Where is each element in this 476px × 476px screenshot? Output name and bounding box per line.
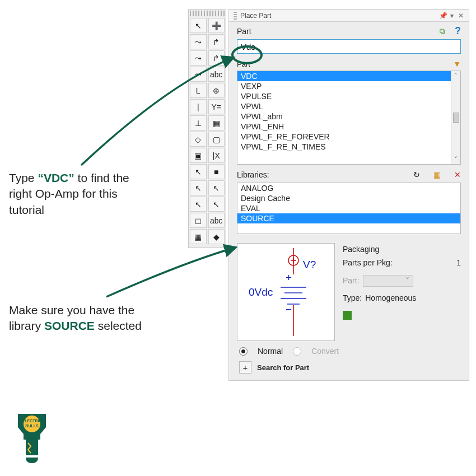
pkg-part-label: Part: — [343, 274, 360, 288]
panel-titlebar: Place Part 📌 ▾ ✕ — [229, 10, 469, 22]
part-item[interactable]: VPWL — [237, 101, 451, 111]
tool-5-1[interactable]: Y= — [208, 99, 225, 114]
remove-library-icon[interactable]: ✕ — [454, 170, 461, 179]
close-icon[interactable]: ✕ — [456, 12, 465, 20]
scroll-down-icon[interactable]: ˅ — [454, 156, 458, 163]
libraries-listbox[interactable]: ANALOGDesign CacheEVALSOURCE — [237, 183, 461, 234]
tool-8-0[interactable]: ▣ — [190, 148, 207, 163]
tool-2-1[interactable]: ↱ — [208, 50, 225, 66]
preview-value: 0Vdc — [249, 286, 273, 298]
part-item[interactable]: VDC — [237, 71, 451, 81]
library-item[interactable]: ANALOG — [237, 183, 460, 193]
part-item[interactable]: VPULSE — [237, 91, 451, 101]
tool-0-0[interactable]: ↖ — [190, 18, 207, 33]
tool-4-0[interactable]: L — [190, 83, 207, 98]
tool-9-1[interactable]: ■ — [208, 164, 225, 179]
tool-10-0[interactable]: ↖ — [190, 180, 207, 195]
pin-icon[interactable]: 📌 — [438, 12, 447, 20]
preview-refdes: V? — [303, 259, 316, 270]
radio-convert-label: Convert — [311, 347, 339, 356]
filter-icon[interactable]: ▼ — [453, 59, 461, 68]
help-icon[interactable]: ? — [455, 25, 461, 37]
tool-10-1[interactable]: ↖ — [208, 180, 225, 195]
toolbar-grip[interactable] — [190, 11, 225, 16]
part-input-label: Part — [237, 27, 251, 36]
ppp-value: 1 — [456, 256, 461, 270]
library-item[interactable]: EVAL — [237, 203, 460, 213]
tool-13-0[interactable]: ▦ — [190, 229, 207, 244]
tool-3-1[interactable]: abc — [208, 67, 225, 82]
tool-11-1[interactable]: ↖ — [208, 197, 225, 212]
tool-1-1[interactable]: ↱ — [208, 34, 225, 49]
library-item[interactable]: SOURCE — [237, 213, 460, 223]
part-preview: V? + − 0Vdc — [237, 243, 335, 341]
search-part-label: Search for Part — [257, 363, 309, 372]
radio-convert[interactable] — [293, 347, 301, 356]
svg-text:ELECTRIC: ELECTRIC — [22, 419, 42, 423]
tool-5-0[interactable]: | — [190, 99, 207, 114]
type-value: Homogeneous — [365, 292, 416, 305]
libraries-label: Libraries: — [237, 170, 269, 179]
scroll-thumb[interactable] — [453, 113, 459, 123]
scroll-up-icon[interactable]: ˄ — [454, 72, 458, 80]
scrollbar[interactable]: ˄ ˅ — [451, 71, 460, 164]
add-part-icon[interactable]: ⧉ — [440, 27, 445, 36]
plus-sign: + — [286, 272, 292, 283]
tool-1-0[interactable]: ⤳ — [190, 34, 207, 49]
tool-9-0[interactable]: ↖ — [190, 164, 207, 179]
ppp-label: Parts per Pkg: — [343, 256, 393, 270]
refresh-icon[interactable]: ↻ — [413, 170, 420, 179]
tool-7-0[interactable]: ◇ — [190, 132, 207, 147]
tool-7-1[interactable]: ▢ — [208, 132, 225, 147]
tool-12-1[interactable]: abc — [208, 213, 225, 228]
tool-2-0[interactable]: ⤳ — [190, 50, 207, 66]
part-item[interactable]: VPWL_F_RE_FOREVER — [237, 132, 451, 142]
tool-11-0[interactable]: ↖ — [190, 197, 207, 212]
tool-8-1[interactable]: |X — [208, 148, 225, 163]
radio-normal[interactable] — [239, 347, 248, 356]
pkg-part-dropdown[interactable]: ˅ — [363, 275, 413, 287]
panel-title: Place Part — [240, 12, 438, 20]
part-search-input[interactable] — [237, 39, 461, 54]
parts-listbox[interactable]: VDCVEXPVPULSEVPWLVPWL_abmVPWL_ENHVPWL_F_… — [237, 71, 461, 165]
type-label: Type: — [343, 292, 362, 305]
radio-normal-label: Normal — [258, 347, 283, 356]
tool-4-1[interactable]: ⊕ — [208, 83, 225, 98]
place-part-panel: Place Part 📌 ▾ ✕ Part ⧉ ? Part ▼ VDCVEXP… — [228, 9, 469, 381]
add-library-icon[interactable]: ▦ — [433, 170, 441, 179]
panel-grip[interactable] — [234, 12, 237, 20]
tool-12-0[interactable]: ◻ — [190, 213, 207, 228]
tool-3-0[interactable]: ⤳ — [190, 67, 207, 82]
part-item[interactable]: VPWL_ENH — [237, 122, 451, 132]
packaging-info: Packaging Parts per Pkg: 1 Part: ˅ Type:… — [343, 243, 461, 341]
tool-13-1[interactable]: ◆ — [208, 229, 225, 244]
part-item[interactable]: VPWL_abm — [237, 111, 451, 122]
tool-6-1[interactable]: ▦ — [208, 115, 225, 130]
tool-0-1[interactable]: ➕ — [208, 18, 225, 33]
expand-search-button[interactable]: + — [239, 361, 251, 374]
svg-text:BULLS: BULLS — [25, 424, 39, 428]
toolbar-palette: ↖➕⤳↱⤳↱⤳abcL⊕|Y=⊥▦◇▢▣|X↖■↖↖↖↖◻abc▦◆ — [188, 9, 226, 248]
minus-sign: − — [286, 304, 292, 315]
part-list-label: Part — [237, 60, 250, 68]
dropdown-icon[interactable]: ▾ — [447, 12, 456, 20]
tool-6-0[interactable]: ⊥ — [190, 115, 207, 130]
part-item[interactable]: VEXP — [237, 81, 451, 91]
annotation-1: Type “VDC” to find the right Op-Amp for … — [9, 170, 149, 218]
chip-icon[interactable] — [343, 311, 352, 320]
packaging-title: Packaging — [343, 243, 461, 256]
part-item[interactable]: VPWL_F_RE_N_TIMES — [237, 142, 451, 152]
library-item[interactable]: Design Cache — [237, 193, 460, 203]
svg-rect-13 — [26, 440, 38, 455]
annotation-2: Make sure you have the library SOURCE se… — [9, 302, 166, 334]
electric-bulls-logo: ELECTRIC BULLS — [12, 412, 52, 465]
